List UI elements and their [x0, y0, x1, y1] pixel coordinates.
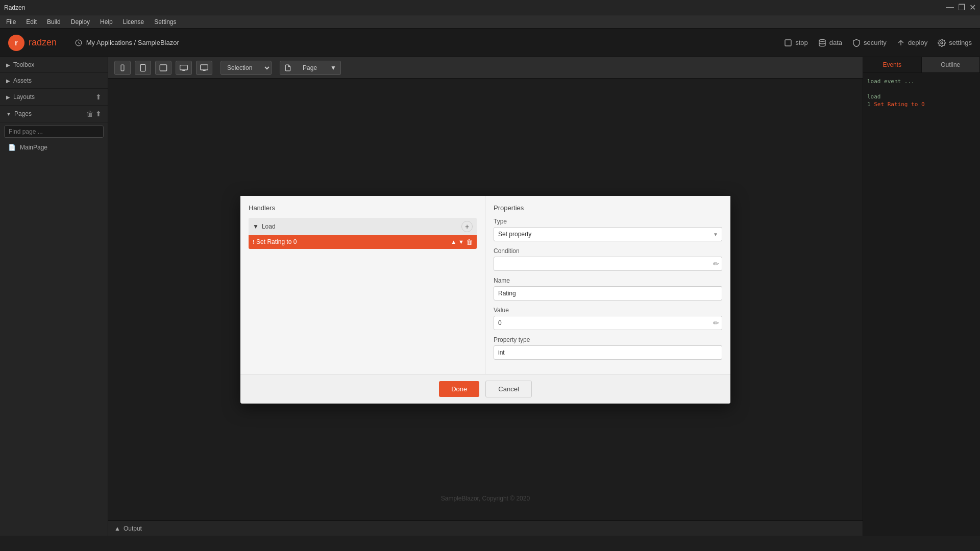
menu-help[interactable]: Help: [98, 17, 115, 27]
value-label: Value: [494, 307, 722, 314]
menu-bar: File Edit Build Deploy Help License Sett…: [0, 15, 980, 29]
pages-delete-icon[interactable]: 🗑: [86, 110, 93, 118]
dialog: Handlers ▼ Load +: [240, 196, 730, 404]
page-dropdown-icon: [284, 64, 291, 71]
window-controls: — ❐ ✕: [946, 3, 976, 12]
code-number: 1: [867, 101, 874, 108]
toolbox-chevron: ▶: [6, 62, 10, 68]
menu-settings[interactable]: Settings: [152, 17, 178, 27]
assets-chevron: ▶: [6, 78, 10, 84]
design-area: Handlers ▼ Load +: [108, 79, 863, 520]
nav-stop[interactable]: stop: [784, 39, 808, 47]
minimize-button[interactable]: —: [946, 3, 954, 12]
condition-field: Condition ✏: [494, 247, 722, 271]
sidebar-item-layouts[interactable]: ▶ Layouts ⬆: [0, 89, 108, 106]
svg-rect-4: [121, 65, 124, 71]
type-label: Type: [494, 218, 722, 225]
handler-group-load: ▼ Load + ! Set Rating to 0: [249, 218, 477, 249]
toolbar: Selection Page ▼: [108, 57, 863, 79]
pages-add-icon[interactable]: ⬆: [95, 110, 102, 118]
page-dropdown-label: Page: [303, 64, 317, 71]
dialog-footer: Done Cancel: [240, 374, 730, 404]
code-highlight: Set Rating to 0: [874, 101, 924, 108]
device-mobile[interactable]: [135, 61, 151, 75]
svg-point-3: [941, 42, 943, 44]
move-down-button[interactable]: ▼: [458, 239, 464, 245]
move-up-button[interactable]: ▲: [451, 239, 456, 245]
dialog-overlay: Handlers ▼ Load +: [108, 79, 863, 520]
sidebar-item-pages[interactable]: ▼ Pages 🗑 ⬆: [0, 106, 108, 122]
output-chevron-icon: ▲: [114, 525, 120, 532]
condition-edit-button[interactable]: ✏: [711, 259, 721, 269]
tab-events[interactable]: Events: [863, 57, 922, 72]
menu-file[interactable]: File: [4, 17, 18, 27]
cancel-button[interactable]: Cancel: [485, 381, 531, 397]
svg-rect-7: [180, 65, 188, 69]
outline-tab-label: Outline: [941, 61, 960, 68]
sidebar-item-assets[interactable]: ▶ Assets: [0, 73, 108, 89]
svg-rect-5: [140, 64, 145, 71]
type-select-wrapper: Set property: [494, 227, 722, 241]
tab-outline[interactable]: Outline: [922, 57, 981, 72]
type-select[interactable]: Set property: [494, 227, 722, 241]
assets-label: Assets: [13, 77, 32, 84]
load-label: Load: [262, 223, 276, 230]
handler-item-label: Set Rating to 0: [256, 238, 297, 245]
device-tablet[interactable]: [155, 61, 172, 75]
nav-deploy[interactable]: deploy: [897, 39, 927, 47]
logo: r: [8, 35, 24, 51]
nav-data[interactable]: data: [818, 39, 842, 47]
condition-input[interactable]: [494, 257, 722, 271]
device-mobile-sm[interactable]: [114, 61, 131, 75]
menu-edit[interactable]: Edit: [24, 17, 39, 27]
layouts-chevron: ▶: [6, 94, 10, 100]
handler-group-header: ▼ Load +: [249, 218, 477, 235]
selection-dropdown[interactable]: Selection: [220, 61, 272, 75]
name-label: Name: [494, 277, 722, 284]
right-panel-tabs: Events Outline: [863, 57, 980, 73]
right-panel: Events Outline load event ... load 1 Set…: [863, 57, 980, 536]
property-type-field: Property type: [494, 336, 722, 360]
deploy-icon: [897, 39, 905, 47]
restore-button[interactable]: ❐: [958, 3, 965, 12]
device-desktop-sm[interactable]: [176, 61, 192, 75]
menu-deploy[interactable]: Deploy: [69, 17, 92, 27]
add-handler-button[interactable]: +: [461, 221, 473, 232]
load-chevron: ▼: [253, 223, 259, 230]
condition-input-group: ✏: [494, 257, 722, 271]
nav-data-label: data: [829, 39, 842, 46]
nav-settings[interactable]: settings: [938, 39, 972, 47]
find-page-input[interactable]: [4, 126, 104, 138]
layouts-label: Layouts: [13, 93, 35, 101]
svg-rect-6: [160, 65, 166, 71]
name-field: Name: [494, 277, 722, 300]
dialog-body: Handlers ▼ Load +: [240, 196, 730, 374]
nav-security[interactable]: security: [852, 39, 887, 47]
device-desktop[interactable]: [196, 61, 212, 75]
layouts-action-icon[interactable]: ⬆: [95, 93, 102, 101]
pages-label: Pages: [14, 110, 32, 117]
value-edit-button[interactable]: ✏: [711, 318, 721, 328]
handler-item[interactable]: ! Set Rating to 0 ▲ ▼ 🗑: [249, 235, 477, 249]
property-type-input[interactable]: [494, 345, 722, 360]
nav-settings-label: settings: [949, 39, 972, 46]
output-bar[interactable]: ▲ Output: [108, 520, 863, 536]
main-layout: ▶ Toolbox ▶ Assets ▶ Layouts ⬆ ▼ Pages: [0, 57, 980, 536]
delete-handler-button[interactable]: 🗑: [466, 238, 473, 246]
close-button[interactable]: ✕: [969, 3, 976, 12]
menu-build[interactable]: Build: [45, 17, 63, 27]
code-line-1: load event ...: [867, 78, 976, 85]
sidebar-item-toolbox[interactable]: ▶ Toolbox: [0, 57, 108, 73]
done-button[interactable]: Done: [439, 381, 479, 397]
page-dropdown[interactable]: Page ▼: [280, 61, 341, 75]
name-input[interactable]: [494, 286, 722, 300]
type-field: Type Set property: [494, 218, 722, 241]
brand-name: radzen: [29, 37, 57, 48]
menu-license[interactable]: License: [121, 17, 146, 27]
code-line-2: [867, 86, 976, 92]
events-tab-label: Events: [883, 61, 901, 68]
page-item-mainpage[interactable]: 📄 MainPage: [0, 141, 108, 154]
value-input[interactable]: [494, 316, 722, 330]
code-line-3: load: [867, 93, 976, 100]
top-nav: r radzen My Applications / SampleBlazor …: [0, 29, 980, 57]
